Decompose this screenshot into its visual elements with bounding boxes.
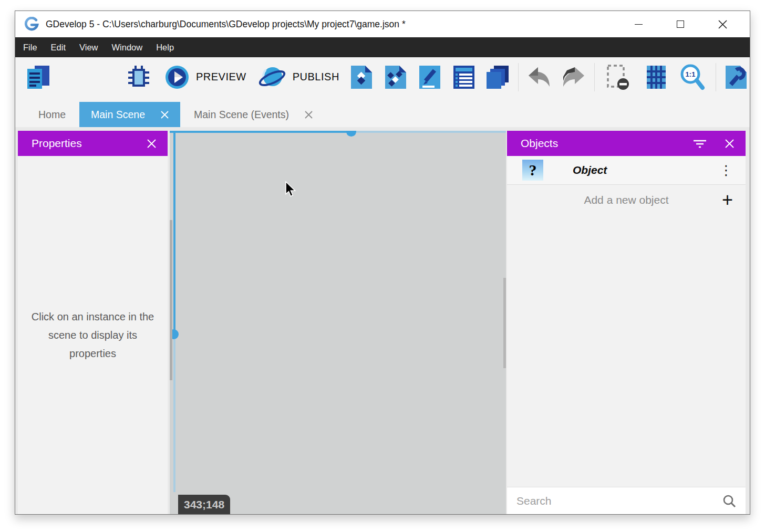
close-icon <box>718 20 727 29</box>
wrench-file-icon <box>723 65 749 90</box>
toolbar-separator <box>594 63 595 91</box>
resize-handle-top[interactable] <box>346 131 356 137</box>
edit-pencil-file-icon <box>417 65 442 90</box>
close-panel-button[interactable] <box>725 139 734 148</box>
title-bar: GDevelop 5 - C:\Users\charburg\Documents… <box>15 11 750 37</box>
properties-empty-message: Click on an instance in the scene to dis… <box>24 308 162 363</box>
minimize-button[interactable] <box>617 11 659 37</box>
redo-icon <box>562 66 586 88</box>
zoom-original-button[interactable]: 1:1 <box>679 64 706 91</box>
close-icon <box>161 111 169 119</box>
properties-panel: Properties Click on an instance in the s… <box>18 131 168 514</box>
object-thumbnail-icon: ? <box>522 160 543 181</box>
close-button[interactable] <box>701 11 743 37</box>
instances-list-button[interactable] <box>451 65 477 90</box>
object-name: Object <box>573 164 607 176</box>
add-object-label: Add a new object <box>507 194 746 206</box>
project-manager-button[interactable] <box>24 65 51 90</box>
close-tab-button[interactable] <box>305 111 313 119</box>
preview-button[interactable]: PREVIEW <box>164 65 246 90</box>
object-list-item[interactable]: ? Object ⋮ <box>507 156 746 185</box>
scene-canvas[interactable]: 343;148 <box>170 131 506 514</box>
undo-button[interactable] <box>527 66 551 88</box>
deselect-icon <box>604 64 630 90</box>
close-icon <box>725 139 734 148</box>
scene-file-icon <box>349 65 374 90</box>
debug-bug-icon <box>126 65 151 90</box>
object-groups-editor-button[interactable] <box>383 65 408 90</box>
menu-view[interactable]: View <box>73 37 105 57</box>
tab-label: Main Scene (Events) <box>194 109 289 121</box>
mouse-cursor-icon <box>285 181 297 200</box>
publish-button[interactable]: PUBLISH <box>258 65 339 90</box>
objects-panel-header: Objects <box>507 131 746 156</box>
tab-home[interactable]: Home <box>25 102 79 127</box>
toolbar-separator <box>716 63 716 91</box>
close-panel-button[interactable] <box>147 139 156 148</box>
objects-panel: Objects ? Object ⋮ Add a new o <box>507 131 746 514</box>
scene-border-top-faded <box>352 131 506 133</box>
group-file-icon <box>383 65 408 90</box>
cursor-coordinates-tooltip: 343;148 <box>178 495 230 514</box>
menu-help[interactable]: Help <box>149 37 181 57</box>
add-object-button[interactable]: Add a new object + <box>507 185 746 215</box>
object-menu-button[interactable]: ⋮ <box>719 163 733 177</box>
app-window: GDevelop 5 - C:\Users\charburg\Documents… <box>15 11 750 515</box>
svg-text:1:1: 1:1 <box>685 70 695 78</box>
debugger-button[interactable] <box>126 65 151 90</box>
publish-globe-icon <box>258 65 286 90</box>
window-title: GDevelop 5 - C:\Users\charburg\Documents… <box>46 19 406 30</box>
play-icon <box>164 65 190 90</box>
panel-title: Properties <box>32 137 147 150</box>
search-icon <box>722 494 736 508</box>
menu-file[interactable]: File <box>16 37 44 57</box>
tab-main-scene-events[interactable]: Main Scene (Events) <box>180 102 326 127</box>
filter-icon <box>692 139 707 148</box>
tab-label: Home <box>38 109 66 121</box>
properties-editor-button[interactable] <box>417 65 442 90</box>
editor-content: Properties Click on an instance in the s… <box>15 127 750 514</box>
publish-label: PUBLISH <box>293 71 339 83</box>
panel-title: Objects <box>521 137 692 150</box>
tab-bar: Home Main Scene Main Scene (Events) <box>15 97 750 127</box>
scene-properties-button[interactable] <box>723 65 749 90</box>
layers-editor-button[interactable] <box>485 65 511 90</box>
list-file-icon <box>451 65 477 90</box>
undo-icon <box>527 66 551 88</box>
scene-border-top <box>170 131 352 133</box>
toolbar-separator <box>518 63 519 91</box>
properties-panel-body: Click on an instance in the scene to dis… <box>18 156 168 514</box>
vertical-scrollbar-right[interactable] <box>503 278 506 368</box>
scene-border-left <box>173 131 175 335</box>
objects-list-empty-area <box>507 215 746 487</box>
vertical-scrollbar-left[interactable] <box>170 220 172 380</box>
properties-panel-header: Properties <box>18 131 168 156</box>
tab-label: Main Scene <box>91 109 145 121</box>
grid-icon <box>644 65 668 90</box>
zoom-1-1-icon: 1:1 <box>679 64 706 91</box>
project-manager-icon <box>24 65 51 90</box>
maximize-button[interactable] <box>659 11 701 37</box>
plus-icon: + <box>722 191 733 210</box>
redo-button[interactable] <box>562 66 586 88</box>
close-icon <box>147 139 156 148</box>
grid-button[interactable] <box>644 65 668 90</box>
minimize-icon <box>635 24 643 25</box>
close-tab-button[interactable] <box>161 111 169 119</box>
menu-edit[interactable]: Edit <box>44 37 73 57</box>
toolbar: PREVIEW PUBLISH <box>15 57 750 97</box>
menu-window[interactable]: Window <box>105 37 150 57</box>
objects-search-bar <box>507 487 746 514</box>
preview-label: PREVIEW <box>196 71 246 83</box>
window-controls <box>617 11 750 37</box>
menu-bar: File Edit View Window Help <box>15 37 750 57</box>
maximize-icon <box>677 20 684 28</box>
layers-icon <box>485 65 511 90</box>
filter-button[interactable] <box>692 139 707 148</box>
objects-editor-button[interactable] <box>349 65 374 90</box>
search-input[interactable] <box>516 495 718 507</box>
gdevelop-logo-icon <box>24 17 39 32</box>
delete-instances-button[interactable] <box>604 64 630 90</box>
close-icon <box>305 111 313 119</box>
tab-main-scene[interactable]: Main Scene <box>79 102 180 127</box>
